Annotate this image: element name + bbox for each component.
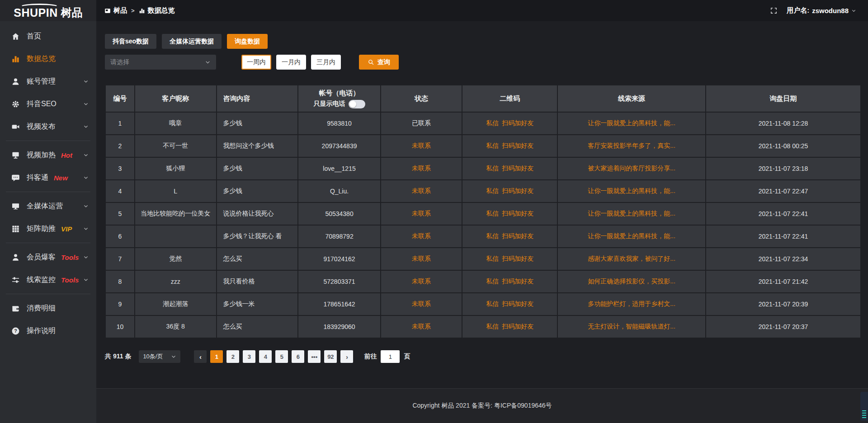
svg-text:?: ? xyxy=(14,328,17,334)
range-button-quarter[interactable]: 三月内 xyxy=(311,55,341,70)
private-message-link[interactable]: 私信 xyxy=(486,277,499,286)
page-button[interactable]: 3 xyxy=(243,350,255,363)
cell-content: 多少钱一米 xyxy=(217,293,298,315)
sidebar-item-data-overview[interactable]: 数据总览 xyxy=(0,47,96,70)
scan-add-friend-link[interactable]: 扫码加好友 xyxy=(502,187,533,195)
page-button[interactable]: 1 xyxy=(210,350,223,363)
range-button-month[interactable]: 一月内 xyxy=(276,55,306,70)
sidebar-item-matrix-boost[interactable]: 矩阵助推 VIP xyxy=(0,217,96,240)
service-widget[interactable] xyxy=(860,392,868,421)
inquiry-table: 编号 客户昵称 咨询内容 帐号（电话） 只显示电话 状态 二维码 线索来源 询盘… xyxy=(105,85,861,338)
scan-add-friend-link[interactable]: 扫码加好友 xyxy=(502,255,533,263)
tab-omnimedia-operation-data[interactable]: 全媒体运营数据 xyxy=(162,34,222,49)
page-button[interactable]: 92 xyxy=(324,350,337,363)
lead-source-link[interactable]: 如何正确选择投影仪，买投影... xyxy=(588,277,675,285)
sidebar-item-douketong[interactable]: 抖客通 New xyxy=(0,166,96,189)
private-message-link[interactable]: 私信 xyxy=(486,232,499,240)
cell-account: 572803371 xyxy=(298,271,380,292)
cell-index: 5 xyxy=(106,203,134,225)
user-menu[interactable]: 用户名: zswodun88 xyxy=(787,6,856,15)
private-message-link[interactable]: 私信 xyxy=(486,164,499,173)
cell-nickname: 不可一世 xyxy=(135,135,216,157)
chat-icon xyxy=(11,174,20,182)
cell-content: 怎么买 xyxy=(217,248,298,270)
next-page-button[interactable]: › xyxy=(340,350,353,363)
scan-add-friend-link[interactable]: 扫码加好友 xyxy=(502,277,533,286)
lead-source-link[interactable]: 让你一眼就爱上的黑科技，能... xyxy=(588,119,675,127)
private-message-link[interactable]: 私信 xyxy=(486,142,499,150)
search-button[interactable]: 查询 xyxy=(359,55,399,70)
page-button[interactable]: 6 xyxy=(292,350,304,363)
tab-inquiry-data[interactable]: 询盘数据 xyxy=(227,34,268,49)
sidebar-item-account-management[interactable]: 账号管理 xyxy=(0,70,96,93)
page-button[interactable]: 4 xyxy=(259,350,272,363)
private-message-link[interactable]: 私信 xyxy=(486,187,499,195)
chevron-down-icon xyxy=(83,124,89,129)
lead-source-link[interactable]: 让你一眼就爱上的黑科技，能... xyxy=(588,210,675,217)
sidebar-item-lead-monitoring[interactable]: 线索监控 Tools xyxy=(0,268,96,291)
private-message-link[interactable]: 私信 xyxy=(486,323,499,331)
bar-chart-icon xyxy=(139,8,145,14)
status-badge: 未联系 xyxy=(412,187,431,194)
sidebar-item-home[interactable]: 首页 xyxy=(0,25,96,47)
cell-lead-source: 如何正确选择投影仪，买投影... xyxy=(558,271,705,292)
page-size-select[interactable]: 10条/页 xyxy=(139,350,180,363)
lead-source-link[interactable]: 客厅安装投影半年多了，真实... xyxy=(588,142,675,149)
brand-logo[interactable]: SHUPIN 树品 xyxy=(0,0,96,21)
breadcrumb-current[interactable]: 数据总览 xyxy=(139,6,175,15)
scan-add-friend-link[interactable]: 扫码加好友 xyxy=(502,232,533,240)
range-button-week[interactable]: 一周内 xyxy=(241,55,271,70)
scan-add-friend-link[interactable]: 扫码加好友 xyxy=(502,164,533,173)
cell-qrcode: 私信 扫码加好友 xyxy=(462,158,557,179)
phone-only-toggle[interactable] xyxy=(349,100,365,108)
sidebar-item-instructions[interactable]: ? 操作说明 xyxy=(0,320,96,342)
fullscreen-icon[interactable] xyxy=(770,7,778,14)
scan-add-friend-link[interactable]: 扫码加好友 xyxy=(502,210,533,218)
logo-text-cn: 树品 xyxy=(61,3,83,18)
page-button[interactable]: ••• xyxy=(308,350,321,363)
prev-page-button[interactable]: ‹ xyxy=(194,350,207,363)
sidebar-item-member-growth[interactable]: 会员爆客 Tools xyxy=(0,246,96,268)
cell-inquiry-date: 2021-11-07 22:34 xyxy=(706,248,860,270)
hot-badge: Hot xyxy=(61,151,72,159)
cell-lead-source: 让你一眼就爱上的黑科技，能... xyxy=(558,203,705,225)
lead-source-link[interactable]: 无主灯设计，智能磁吸轨道灯... xyxy=(588,323,675,330)
goto-page-input[interactable] xyxy=(381,350,400,363)
sidebar-item-omnimedia-operation[interactable]: 全媒体运营 xyxy=(0,195,96,217)
cell-lead-source: 无主灯设计，智能磁吸轨道灯... xyxy=(558,316,705,338)
private-message-link[interactable]: 私信 xyxy=(486,210,499,218)
sidebar-item-label: 矩阵助推 xyxy=(27,224,56,234)
lead-source-link[interactable]: 让你一眼就爱上的黑科技，能... xyxy=(588,187,675,194)
sidebar: 首页 数据总览 账号管理 抖音SEO 视频发布 视频加热 Hot 抖客通 New… xyxy=(0,21,96,423)
chevron-down-icon xyxy=(83,175,89,180)
private-message-link[interactable]: 私信 xyxy=(486,300,499,308)
vip-badge: VIP xyxy=(61,225,72,233)
page-button[interactable]: 5 xyxy=(275,350,288,363)
lead-source-link[interactable]: 被大家追着问的客厅投影分享... xyxy=(588,164,675,172)
cell-qrcode: 私信 扫码加好友 xyxy=(462,293,557,315)
page-button[interactable]: 2 xyxy=(226,350,239,363)
private-message-link[interactable]: 私信 xyxy=(486,119,499,127)
sidebar-item-douyin-seo[interactable]: 抖音SEO xyxy=(0,93,96,115)
private-message-link[interactable]: 私信 xyxy=(486,255,499,263)
status-badge: 未联系 xyxy=(412,255,431,262)
scan-add-friend-link[interactable]: 扫码加好友 xyxy=(502,119,533,127)
scan-add-friend-link[interactable]: 扫码加好友 xyxy=(502,300,533,308)
filter-select[interactable]: 请选择 xyxy=(105,55,216,70)
tab-douyin-seo-data[interactable]: 抖音seo数据 xyxy=(105,34,156,49)
scan-add-friend-link[interactable]: 扫码加好友 xyxy=(502,323,533,331)
search-button-label: 查询 xyxy=(377,58,390,66)
scan-add-friend-link[interactable]: 扫码加好友 xyxy=(502,142,533,150)
sidebar-item-video-publish[interactable]: 视频发布 xyxy=(0,115,96,138)
sidebar-item-label: 线索监控 xyxy=(27,275,56,285)
breadcrumb-home-label: 树品 xyxy=(113,6,127,15)
lead-source-link[interactable]: 感谢大家喜欢我家，被问了好... xyxy=(588,255,675,262)
lead-source-link[interactable]: 让你一眼就爱上的黑科技，能... xyxy=(588,232,675,240)
lead-source-link[interactable]: 多功能护栏灯，适用于乡村文... xyxy=(588,300,675,307)
breadcrumb-home[interactable]: 树品 xyxy=(104,6,127,15)
sidebar-item-spending-details[interactable]: 消费明细 xyxy=(0,297,96,320)
sidebar-item-video-heating[interactable]: 视频加热 Hot xyxy=(0,144,96,166)
qr-links: 私信 扫码加好友 xyxy=(462,119,557,127)
cell-nickname: 当地比较能吃的一位美女 xyxy=(135,203,216,225)
status-badge: 未联系 xyxy=(412,277,431,285)
